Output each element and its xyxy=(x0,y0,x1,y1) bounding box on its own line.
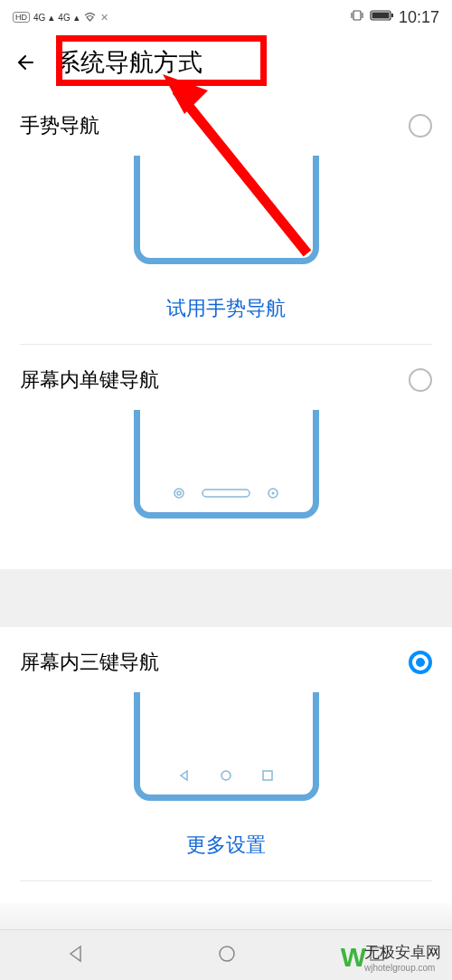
radio-three-key[interactable] xyxy=(409,651,432,674)
svg-rect-9 xyxy=(202,490,250,497)
svg-rect-0 xyxy=(353,11,361,20)
status-time: 10:17 xyxy=(399,8,439,27)
fingerprint-icon xyxy=(173,487,185,500)
radio-single-key[interactable] xyxy=(409,368,432,392)
home-key-icon xyxy=(220,769,232,782)
phone-illustration-single xyxy=(20,410,432,519)
nav-home-button[interactable] xyxy=(217,944,237,967)
svg-rect-2 xyxy=(372,13,389,19)
nav-back-button[interactable] xyxy=(66,944,86,967)
back-button[interactable] xyxy=(13,49,40,76)
svg-point-8 xyxy=(177,491,181,495)
option-three-key-nav[interactable]: 屏幕内三键导航 更多设置 xyxy=(0,627,452,880)
status-bar: HD 4G ▴ 4G ▴ ✕ 10:17 xyxy=(0,0,452,34)
watermark-logo: W xyxy=(341,942,361,973)
signal-4g-2: 4G xyxy=(58,13,70,23)
vibrate-icon xyxy=(350,9,364,25)
option-label: 屏幕内单键导航 xyxy=(20,366,159,394)
option-gesture-nav[interactable]: 手势导航 试用手势导航 xyxy=(0,90,452,344)
svg-point-12 xyxy=(221,771,231,780)
more-settings-link[interactable]: 更多设置 xyxy=(20,821,432,880)
home-pill-icon xyxy=(202,489,250,498)
watermark: W 无极安卓网 wjhotelgroup.com xyxy=(341,942,441,973)
phone-illustration-three xyxy=(20,692,432,801)
content-area-2: 屏幕内三键导航 更多设置 xyxy=(0,627,452,903)
phone-illustration-gesture xyxy=(20,156,432,264)
signal-bars-1: ▴ xyxy=(49,12,54,24)
page-title: 系统导航方式 xyxy=(49,43,210,81)
content-area: 手势导航 试用手势导航 屏幕内单键导航 xyxy=(0,90,452,569)
wifi-icon xyxy=(83,11,97,24)
no-sim-icon: ✕ xyxy=(100,12,108,24)
header: 系统导航方式 xyxy=(0,34,452,90)
option-label: 手势导航 xyxy=(20,112,99,139)
option-single-key-nav[interactable]: 屏幕内单键导航 xyxy=(0,345,452,569)
watermark-url: wjhotelgroup.com xyxy=(364,963,441,973)
hd-icon-1: HD xyxy=(13,12,30,23)
svg-point-7 xyxy=(174,489,184,498)
back-key-icon xyxy=(178,769,191,782)
svg-point-14 xyxy=(220,947,234,961)
option-label: 屏幕内三键导航 xyxy=(20,649,159,676)
camera-icon xyxy=(267,487,279,500)
watermark-text: 无极安卓网 xyxy=(364,942,441,963)
status-left: HD 4G ▴ 4G ▴ ✕ xyxy=(13,11,108,24)
battery-icon xyxy=(370,9,393,25)
svg-rect-3 xyxy=(391,14,393,17)
section-gap xyxy=(0,569,452,627)
try-gesture-link[interactable]: 试用手势导航 xyxy=(20,284,432,344)
status-right: 10:17 xyxy=(350,8,439,27)
radio-gesture[interactable] xyxy=(409,114,432,138)
svg-rect-13 xyxy=(263,771,272,780)
signal-4g-1: 4G xyxy=(33,13,45,23)
svg-point-11 xyxy=(272,492,275,495)
signal-bars-2: ▴ xyxy=(74,12,80,24)
recents-key-icon xyxy=(261,769,274,782)
